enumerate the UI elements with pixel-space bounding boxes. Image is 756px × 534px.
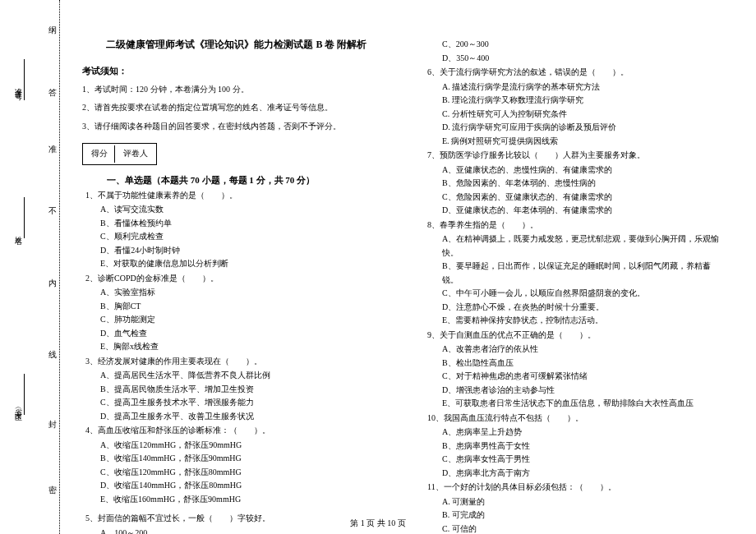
option: B、要早睡起，日出而作，以保证充足的睡眠时间，以利阳气闭藏，养精蓄锐。 [442, 260, 723, 287]
option: C、顺利完成检查 [100, 230, 391, 244]
option: A、患病率呈上升趋势 [442, 426, 723, 440]
option: B、收缩压140mmHG，舒张压90mmHG [100, 452, 391, 466]
underline-examno [24, 59, 25, 100]
question: 4、高血压收缩压和舒张压的诊断标准：（ ）。 [85, 424, 391, 438]
column-right: C、200～300 D、350～400 6、关于流行病学研究方法的叙述，错误的是… [414, 16, 723, 501]
option: C、患病率女性高于男性 [442, 453, 723, 467]
option: B、检出隐性高血压 [442, 357, 723, 371]
option: C、对于精神焦虑的患者可缓解紧张情绪 [442, 370, 723, 384]
underline-province [24, 374, 25, 415]
label-province: 省（市区） [13, 403, 24, 411]
option: C、200～300 [442, 38, 723, 52]
judge-label: 评卷人 [117, 145, 154, 163]
question: 3、经济发展对健康的作用主要表现在（ ）。 [85, 355, 391, 369]
column-left: 二级健康管理师考试《理论知识》能力检测试题 B 卷 附解析 考试须知： 1、考试… [82, 16, 391, 501]
option: D. 流行病学研究可应用于疾病的诊断及预后评价 [442, 121, 723, 135]
option: D、提高卫生服务水平、改善卫生服务状况 [100, 410, 391, 424]
option: E、收缩压160mmHG，舒张压90mmHG [100, 493, 391, 507]
option: A. 描述流行病学是流行病学的基本研究方法 [442, 81, 723, 94]
option: D、350～400 [442, 52, 723, 66]
notice-header: 考试须知： [82, 63, 391, 78]
underline-name [24, 197, 25, 238]
score-label: 得分 [85, 145, 115, 163]
option: D、患病率北方高于南方 [442, 467, 723, 481]
option: C、收缩压120mmHG，舒张压80mmHG [100, 466, 391, 480]
option: A、实验室指标 [100, 286, 391, 300]
option: D、亚健康状态的、年老体弱的、有健康需求的 [442, 204, 723, 218]
option: D、看懂24小时制时钟 [100, 244, 391, 258]
option: A、提高居民生活水平、降低营养不良人群比例 [100, 369, 391, 383]
option: C. 分析性研究可人为控制研究条件 [442, 108, 723, 122]
option: E、胸部x线检查 [100, 340, 391, 354]
option: B、看懂体检预约单 [100, 217, 391, 231]
option: D、注意静心不燥，在炎热的时候十分重要。 [442, 301, 723, 315]
section-title: 一、单选题（本题共 70 小题，每题 1 分，共 70 分） [107, 173, 315, 187]
binding-char: 线 [48, 349, 57, 361]
option: C、中午可小睡一会儿，以顺应自然界阳盛阴衰的变化。 [442, 287, 723, 301]
label-examno: 准考证号 [13, 82, 24, 89]
notice-item: 2、请首先按要求在试卷的指定位置填写您的姓名、准考证号等信息。 [82, 101, 391, 115]
option: A、改善患者治疗的依从性 [442, 343, 723, 357]
option: D、收缩压140mmHG，舒张压80mmHG [100, 479, 391, 493]
option: B. 理论流行病学又称数理流行病学研究 [442, 94, 723, 108]
question: 10、我国高血压流行特点不包括（ ）。 [427, 412, 723, 426]
option: A. 可测量的 [442, 495, 723, 509]
option: E、可获取患者日常生活状态下的血压信息，帮助排除白大衣性高血压 [442, 397, 723, 411]
page-footer: 第 1 页 共 10 页 [0, 518, 756, 529]
binding-char: 密 [48, 485, 57, 496]
binding-char: 准 [48, 144, 57, 155]
option: E、需要精神保持安静状态，控制情志活动。 [442, 314, 723, 328]
option: A、在精神调摄上，既要力戒发怒，更忌忧郁悲观，要做到心胸开阔，乐观愉快。 [442, 232, 723, 260]
notice-item: 3、请仔细阅读各种题目的回答要求，在密封线内答题，否则不予评分。 [82, 120, 391, 134]
binding-char: 答 [48, 87, 57, 99]
option: D、增强患者诊治的主动参与性 [442, 384, 723, 398]
question: 9、关于自测血压的优点不正确的是（ ）。 [427, 329, 723, 343]
binding-char: 不 [48, 205, 57, 217]
score-box: 得分 评卷人 [82, 143, 157, 165]
paper-title: 二级健康管理师考试《理论知识》能力检测试题 B 卷 附解析 [82, 37, 391, 53]
label-name: 姓名 [13, 230, 24, 233]
question: 1、不属于功能性健康素养的是（ ）。 [85, 189, 391, 203]
question: 7、预防医学诊疗服务比较以（ ）人群为主要服务对象。 [427, 149, 723, 163]
notice-item: 1、考试时间：120 分钟，本卷满分为 100 分。 [82, 83, 391, 97]
option: E、对获取的健康信息加以分析判断 [100, 257, 391, 271]
question: 2、诊断COPD的金标准是（ ）。 [85, 272, 391, 286]
binding-dotted-line [59, 0, 60, 534]
option: B、提高居民物质生活水平、增加卫生投资 [100, 383, 391, 397]
binding-margin: 省（市区） 姓名 准考证号 纲 答 准 不 内 线 封 密 [0, 0, 74, 534]
question: 11、一个好的计划的具体目标必须包括：（ ）。 [427, 481, 723, 495]
option: B、危险因素的、年老体弱的、患慢性病的 [442, 177, 723, 191]
option: C、危险因素的、亚健康状态的、有健康需求的 [442, 191, 723, 205]
option: B、胸部CT [100, 300, 391, 314]
option: E. 病例对照研究可提供病因线索 [442, 135, 723, 149]
option: C、提高卫生服务技术水平、增强服务能力 [100, 396, 391, 410]
binding-char: 内 [48, 278, 57, 289]
option: C、肺功能测定 [100, 313, 391, 327]
option: A、亚健康状态的、患慢性病的、有健康需求的 [442, 163, 723, 177]
option: D、血气检查 [100, 327, 391, 341]
binding-char: 封 [48, 419, 57, 430]
option: A、读写交流实数 [100, 203, 391, 217]
question: 8、春季养生指的是（ ）。 [427, 219, 723, 232]
question: 6、关于流行病学研究方法的叙述，错误的是（ ）。 [427, 66, 723, 80]
option: B、患病率男性高于女性 [442, 440, 723, 453]
option: A、收缩压120mmHG，舒张压90mmHG [100, 439, 391, 453]
binding-char: 纲 [48, 25, 57, 36]
